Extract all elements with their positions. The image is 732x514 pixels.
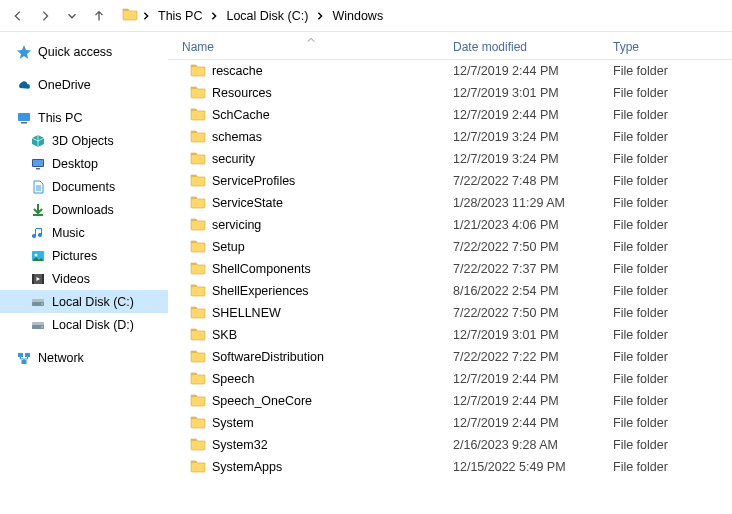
tree-label: Local Disk (D:) — [52, 318, 134, 332]
tree-child-item[interactable]: Desktop — [0, 152, 168, 175]
music-icon — [30, 225, 46, 241]
tree-child-item[interactable]: Documents — [0, 175, 168, 198]
3d-icon — [30, 133, 46, 149]
file-type: File folder — [613, 438, 732, 452]
file-row[interactable]: SchCache12/7/2019 2:44 PMFile folder — [168, 104, 732, 126]
file-name: SystemApps — [212, 460, 282, 474]
file-name: servicing — [212, 218, 261, 232]
file-row[interactable]: ShellExperiences8/16/2022 2:54 PMFile fo… — [168, 280, 732, 302]
breadcrumb-item[interactable]: This PC — [154, 7, 206, 25]
file-name: ServiceProfiles — [212, 174, 295, 188]
chevron-right-icon[interactable] — [316, 9, 324, 23]
tree-label: Network — [38, 351, 84, 365]
file-date: 7/22/2022 7:50 PM — [453, 240, 613, 254]
tree-label: Documents — [52, 180, 115, 194]
tree-child-item[interactable]: 3D Objects — [0, 129, 168, 152]
drive-icon — [30, 294, 46, 310]
file-row[interactable]: security12/7/2019 3:24 PMFile folder — [168, 148, 732, 170]
file-name: schemas — [212, 130, 262, 144]
file-type: File folder — [613, 306, 732, 320]
tree-child-item[interactable]: Videos — [0, 267, 168, 290]
file-type: File folder — [613, 262, 732, 276]
tree-child-item[interactable]: Local Disk (D:) — [0, 313, 168, 336]
file-date: 12/7/2019 2:44 PM — [453, 108, 613, 122]
folder-icon — [190, 128, 206, 147]
file-row[interactable]: Speech12/7/2019 2:44 PMFile folder — [168, 368, 732, 390]
tree-child-item[interactable]: Music — [0, 221, 168, 244]
file-date: 12/15/2022 5:49 PM — [453, 460, 613, 474]
tree-label: Local Disk (C:) — [52, 295, 134, 309]
file-row[interactable]: Resources12/7/2019 3:01 PMFile folder — [168, 82, 732, 104]
file-type: File folder — [613, 130, 732, 144]
tree-child-item[interactable]: Downloads — [0, 198, 168, 221]
folder-icon — [190, 194, 206, 213]
chevron-right-icon[interactable] — [210, 9, 218, 23]
tree-this-pc[interactable]: This PC — [0, 106, 168, 129]
tree-onedrive[interactable]: OneDrive — [0, 73, 168, 96]
monitor-icon — [16, 110, 32, 126]
recent-locations-button[interactable] — [60, 4, 84, 28]
breadcrumb[interactable]: This PC Local Disk (C:) Windows — [122, 6, 387, 25]
file-name: Speech — [212, 372, 254, 386]
folder-icon — [190, 84, 206, 103]
folder-icon — [122, 6, 138, 25]
file-name: SKB — [212, 328, 237, 342]
file-name: System — [212, 416, 254, 430]
column-header-name[interactable]: Name — [168, 40, 453, 54]
file-row[interactable]: SKB12/7/2019 3:01 PMFile folder — [168, 324, 732, 346]
breadcrumb-item[interactable]: Local Disk (C:) — [222, 7, 312, 25]
file-row[interactable]: ServiceState1/28/2023 11:29 AMFile folde… — [168, 192, 732, 214]
file-date: 12/7/2019 3:01 PM — [453, 328, 613, 342]
folder-icon — [190, 282, 206, 301]
column-header-date[interactable]: Date modified — [453, 40, 613, 54]
file-type: File folder — [613, 416, 732, 430]
downloads-icon — [30, 202, 46, 218]
folder-icon — [190, 348, 206, 367]
file-row[interactable]: SHELLNEW7/22/2022 7:50 PMFile folder — [168, 302, 732, 324]
breadcrumb-item[interactable]: Windows — [328, 7, 387, 25]
file-name: ServiceState — [212, 196, 283, 210]
file-date: 12/7/2019 2:44 PM — [453, 372, 613, 386]
sort-asc-icon — [307, 32, 315, 46]
file-name: SoftwareDistribution — [212, 350, 324, 364]
file-name: security — [212, 152, 255, 166]
file-type: File folder — [613, 196, 732, 210]
forward-button[interactable] — [33, 4, 57, 28]
tree-label: Videos — [52, 272, 90, 286]
tree-quick-access[interactable]: Quick access — [0, 40, 168, 63]
file-name: Setup — [212, 240, 245, 254]
file-type: File folder — [613, 328, 732, 342]
nav-toolbar: This PC Local Disk (C:) Windows — [0, 0, 732, 32]
file-type: File folder — [613, 460, 732, 474]
file-row[interactable]: ServiceProfiles7/22/2022 7:48 PMFile fol… — [168, 170, 732, 192]
file-name: rescache — [212, 64, 263, 78]
tree-child-item[interactable]: Pictures — [0, 244, 168, 267]
tree-label: Desktop — [52, 157, 98, 171]
file-date: 1/28/2023 11:29 AM — [453, 196, 613, 210]
tree-network[interactable]: Network — [0, 346, 168, 369]
file-row[interactable]: System12/7/2019 2:44 PMFile folder — [168, 412, 732, 434]
file-row[interactable]: System322/16/2023 9:28 AMFile folder — [168, 434, 732, 456]
file-row[interactable]: servicing1/21/2023 4:06 PMFile folder — [168, 214, 732, 236]
folder-icon — [190, 62, 206, 81]
tree-child-item[interactable]: Local Disk (C:) — [0, 290, 168, 313]
folder-icon — [190, 392, 206, 411]
file-type: File folder — [613, 86, 732, 100]
column-header-type[interactable]: Type — [613, 40, 732, 54]
file-row[interactable]: SystemApps12/15/2022 5:49 PMFile folder — [168, 456, 732, 478]
column-label: Type — [613, 40, 639, 54]
file-row[interactable]: ShellComponents7/22/2022 7:37 PMFile fol… — [168, 258, 732, 280]
up-button[interactable] — [87, 4, 111, 28]
file-row[interactable]: SoftwareDistribution7/22/2022 7:22 PMFil… — [168, 346, 732, 368]
folder-icon — [190, 216, 206, 235]
folder-icon — [190, 304, 206, 323]
file-row[interactable]: Speech_OneCore12/7/2019 2:44 PMFile fold… — [168, 390, 732, 412]
file-row[interactable]: Setup7/22/2022 7:50 PMFile folder — [168, 236, 732, 258]
file-row[interactable]: rescache12/7/2019 2:44 PMFile folder — [168, 60, 732, 82]
chevron-right-icon[interactable] — [142, 9, 150, 23]
tree-label: Music — [52, 226, 85, 240]
file-row[interactable]: schemas12/7/2019 3:24 PMFile folder — [168, 126, 732, 148]
back-button[interactable] — [6, 4, 30, 28]
folder-icon — [190, 238, 206, 257]
file-type: File folder — [613, 64, 732, 78]
